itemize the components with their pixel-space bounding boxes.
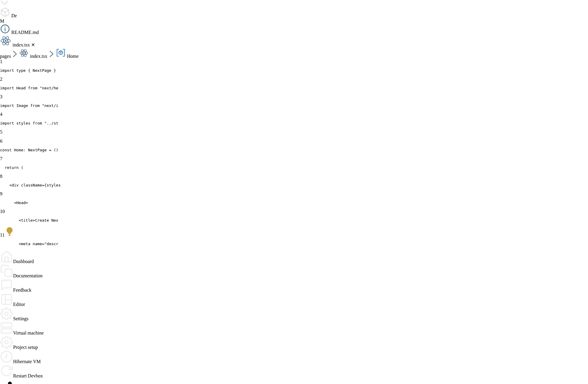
app-dropdown-menu: DashboardDocumentationFeedbackEditorSett… — [0, 250, 588, 379]
layout-icon — [0, 302, 13, 307]
menu-item-label: Editor — [13, 302, 25, 307]
code-line[interactable]: 2import Head from "next/he — [0, 77, 588, 90]
code-line[interactable]: 10 <title>Create Nex — [0, 209, 588, 223]
code-line[interactable]: 8 <div className={styles — [0, 174, 588, 187]
code-line-text: import Head from "next/he — [0, 86, 588, 90]
menu-item-hibernate-vm[interactable]: Hibernate VM — [0, 350, 588, 364]
code-line[interactable]: 4import styles from "../st — [0, 112, 588, 125]
menu-item-label: Documentation — [13, 273, 43, 278]
code-line[interactable]: 7 return ( — [0, 156, 588, 170]
tab-label: index.tsx — [13, 42, 30, 47]
code-line[interactable]: 9 <Head> — [0, 191, 588, 205]
menu-item-virtual-machine[interactable]: Virtual machine — [0, 321, 588, 336]
react-icon — [19, 48, 29, 58]
line-number: 7 — [0, 156, 2, 161]
menu-item-label: Project setup — [13, 345, 38, 350]
menu-item-label: Restart Devbox — [13, 373, 43, 378]
code-line[interactable]: 3import Image from "next/i — [0, 94, 588, 108]
copy-icon — [0, 273, 13, 278]
box-icon — [0, 7, 10, 17]
chevron-right-icon — [12, 54, 19, 59]
menu-item-label: Virtual machine — [13, 330, 44, 335]
breadcrumb: pages index.tsx Home — [0, 48, 588, 59]
line-number: 2 — [0, 77, 2, 82]
line-number: 1 — [0, 59, 2, 64]
menu-item-documentation[interactable]: Documentation — [0, 264, 588, 279]
code-line[interactable]: 5 — [0, 129, 588, 135]
close-icon[interactable]: ✕ — [31, 42, 35, 47]
code-line-text: import type { NextPage } — [0, 68, 588, 73]
menu-item-feedback[interactable]: Feedback — [0, 279, 588, 293]
menu-item-project-setup[interactable]: Project setup — [0, 336, 588, 350]
app-window: De M README.md — [0, 0, 588, 384]
app-topbar: De — [0, 0, 588, 18]
deploy-button[interactable]: De — [0, 7, 588, 18]
code-area[interactable]: 1import type { NextPage }2import Head fr… — [0, 59, 588, 246]
react-icon — [0, 35, 11, 46]
line-number: 10 — [0, 209, 5, 214]
menu-item-settings[interactable]: Settings — [0, 307, 588, 321]
desktop-background: { "colors":{ "background_purple":"#9886f… — [0, 0, 588, 384]
breadcrumb-segment-symbol[interactable]: Home — [67, 54, 79, 59]
line-number: 11 — [0, 232, 4, 237]
file-explorer-panel: M — [0, 18, 588, 24]
symbol-icon — [56, 48, 66, 58]
home-icon — [0, 259, 13, 264]
code-line-text: import Image from "next/i — [0, 103, 588, 108]
menu-item-label: Dashboard — [13, 259, 34, 264]
line-number: 4 — [0, 112, 2, 117]
gear-icon — [0, 316, 13, 321]
code-line-text: return ( — [0, 165, 588, 170]
chevron-right-icon — [49, 54, 56, 59]
editor-panel: README.md index.tsx ✕ pages — [0, 24, 588, 246]
menu-item-label: Hibernate VM — [13, 359, 41, 364]
line-number: 6 — [0, 139, 2, 144]
line-number: 5 — [0, 129, 2, 134]
tab-bar: README.md index.tsx ✕ — [0, 24, 588, 48]
message-icon — [0, 287, 13, 293]
server-icon — [0, 330, 13, 335]
menu-item-dashboard[interactable]: Dashboard — [0, 250, 588, 264]
chevron-down-icon[interactable] — [0, 0, 9, 6]
git-modified-badge: M — [0, 18, 4, 24]
lightbulb-icon[interactable] — [4, 232, 15, 237]
line-number: 8 — [0, 174, 2, 179]
breadcrumb-segment-file[interactable]: index.tsx — [30, 54, 47, 59]
menu-item-editor[interactable]: Editor — [0, 293, 588, 307]
code-line-text: <Head> — [0, 200, 588, 205]
code-line[interactable]: 11 <meta name="descr — [0, 226, 588, 246]
code-line-text: import styles from "../st — [0, 121, 588, 125]
restart-icon — [0, 373, 13, 378]
code-line-text: <div className={styles — [0, 183, 588, 187]
clock-icon — [0, 359, 13, 364]
deploy-button-label: De — [11, 13, 17, 18]
code-line-text: <meta name="descr — [0, 242, 588, 246]
line-number: 3 — [0, 94, 2, 99]
menu-item-label: Settings — [13, 316, 29, 321]
info-icon — [0, 24, 10, 34]
code-line[interactable]: 1import type { NextPage } — [0, 59, 588, 73]
tab-index-active[interactable]: index.tsx ✕ — [0, 35, 588, 48]
tab-label: README.md — [11, 30, 39, 35]
line-number: 9 — [0, 191, 2, 196]
gear-icon — [0, 345, 13, 350]
menu-item-restart-devbox[interactable]: Restart Devbox — [0, 364, 588, 379]
tab-readme[interactable]: README.md — [0, 24, 588, 35]
menu-item-label: Feedback — [13, 287, 31, 293]
code-line[interactable]: 6const Home: NextPage = () — [0, 139, 588, 152]
hand-cursor-icon — [0, 379, 28, 384]
code-line-text: const Home: NextPage = () — [0, 148, 588, 152]
code-line-text: <title>Create Nex — [0, 218, 588, 223]
breadcrumb-segment-pages[interactable]: pages — [0, 54, 11, 59]
